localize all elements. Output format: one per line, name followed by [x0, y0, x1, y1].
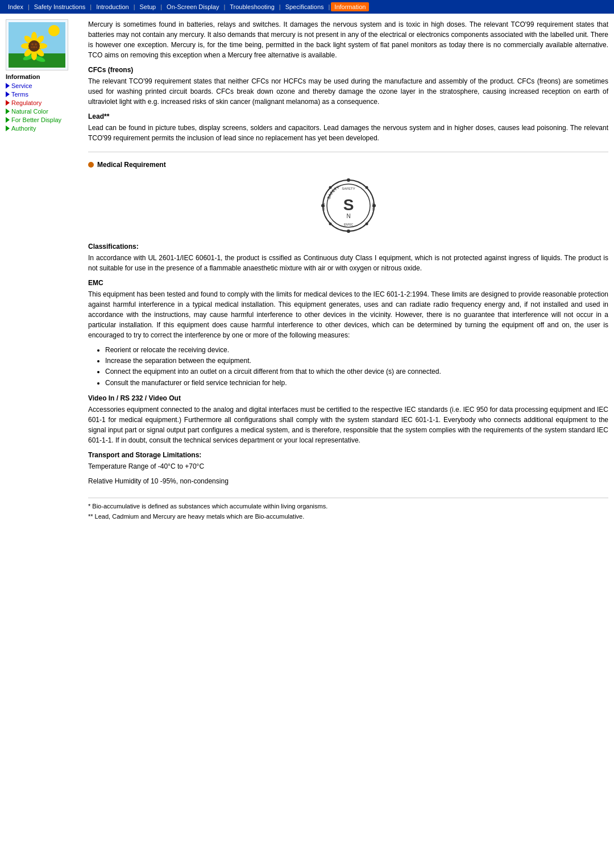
svg-point-20 — [36, 47, 38, 48]
sidebar-link-natural-color[interactable]: Natural Color — [11, 108, 48, 115]
svg-point-16 — [31, 43, 34, 45]
transport-title: Transport and Storage Limitations: — [88, 451, 608, 459]
emc-text: This equipment has been tested and found… — [88, 289, 608, 340]
sidebar-item-regulatory[interactable]: Regulatory — [6, 99, 80, 106]
emc-bullet-4: Consult the manufacturer or field servic… — [105, 378, 608, 389]
svg-text:SAFETY: SAFETY — [342, 187, 355, 190]
svg-point-33 — [372, 204, 376, 207]
lead-text: Lead can be found in picture tubes, disp… — [88, 123, 608, 143]
divider-1 — [88, 152, 608, 152]
safety-badge-svg: SAFETY S N SAFETY EN/IEC 60601 60601 — [320, 177, 377, 234]
cfcs-title: CFCs (freons) — [88, 66, 608, 74]
svg-point-1 — [48, 25, 60, 36]
nav-sep-1: | — [27, 3, 31, 10]
svg-text:SAFETY: SAFETY — [326, 185, 340, 199]
nav-item-safety[interactable]: Safety Instructions — [31, 2, 89, 11]
nav-sep-2: | — [89, 3, 93, 10]
lead-title: Lead** — [88, 112, 608, 120]
svg-point-31 — [347, 229, 350, 233]
arrow-icon-better-display — [6, 117, 10, 123]
sidebar-link-authority[interactable]: Authority — [11, 125, 36, 132]
emc-bullet-1: Reorient or relocate the receiving devic… — [105, 345, 608, 356]
sidebar-link-terms[interactable]: Terms — [11, 91, 28, 98]
sidebar-item-terms[interactable]: Terms — [6, 91, 80, 98]
footnote-1: * Bio-accumulative is defined as substan… — [88, 502, 608, 511]
nav-item-setup[interactable]: Setup — [136, 2, 159, 11]
svg-text:N: N — [346, 213, 350, 219]
sidebar: Information Service Terms Regulatory Nat… — [6, 19, 80, 523]
cfcs-text: The relevant TCO'99 requirement states t… — [88, 76, 608, 107]
nav-bar: Index | Safety Instructions | Introducti… — [0, 0, 614, 14]
nav-sep-4: | — [159, 3, 163, 10]
medical-req-header: Medical Requirement — [88, 161, 608, 169]
nav-item-intro[interactable]: Introduction — [93, 2, 132, 11]
footnote-section: * Bio-accumulative is defined as substan… — [88, 498, 608, 521]
arrow-icon-terms — [6, 91, 10, 97]
nav-item-info[interactable]: Information — [331, 2, 369, 11]
medical-req-title: Medical Requirement — [97, 161, 166, 169]
classifications-title: Classifications: — [88, 243, 608, 251]
svg-point-19 — [31, 47, 33, 48]
video-title: Video In / RS 232 / Video Out — [88, 394, 608, 402]
nav-sep-7: | — [327, 3, 331, 10]
nav-sep-3: | — [132, 3, 136, 10]
svg-point-18 — [33, 46, 35, 48]
sidebar-menu: Service Terms Regulatory Natural Color F… — [6, 82, 80, 132]
nav-sep-6: | — [278, 3, 282, 10]
svg-point-36 — [329, 223, 331, 226]
content-area: Mercury is sometimes found in batteries,… — [85, 19, 608, 523]
emc-bullet-3: Connect the equipment into an outlet on … — [105, 366, 608, 377]
arrow-icon-natural-color — [6, 108, 10, 114]
svg-text:EN/IEC: EN/IEC — [343, 223, 353, 226]
svg-rect-2 — [9, 53, 65, 68]
emc-bullet-2: Increase the separation between the equi… — [105, 356, 608, 366]
badge-container: SAFETY S N SAFETY EN/IEC 60601 60601 — [88, 177, 608, 234]
sidebar-link-better-display[interactable]: For Better Display — [11, 116, 61, 123]
svg-point-32 — [321, 204, 325, 207]
nav-sep-5: | — [222, 3, 226, 10]
transport-text1: Temperature Range of -40°C to +70°C — [88, 461, 608, 471]
svg-point-34 — [329, 186, 331, 189]
emc-bullet-list: Reorient or relocate the receiving devic… — [105, 345, 608, 389]
video-text: Accessories equipment connected to the a… — [88, 404, 608, 445]
nav-item-troubleshoot[interactable]: Troubleshooting — [226, 2, 277, 11]
sidebar-item-authority[interactable]: Authority — [6, 125, 80, 132]
svg-point-30 — [347, 178, 350, 182]
arrow-icon-service — [6, 83, 10, 89]
nav-item-index[interactable]: Index — [5, 2, 27, 11]
intro-paragraph: Mercury is sometimes found in batteries,… — [88, 19, 608, 60]
sidebar-item-better-display[interactable]: For Better Display — [6, 116, 80, 123]
sidebar-section-title: Information — [6, 73, 80, 80]
sidebar-logo — [6, 19, 68, 70]
bullet-medical — [88, 162, 94, 168]
svg-text:S: S — [343, 196, 354, 214]
emc-title: EMC — [88, 279, 608, 287]
arrow-icon-authority — [6, 126, 10, 131]
classifications-text: In accordance with UL 2601-1/IEC 60601-1… — [88, 253, 608, 273]
svg-point-37 — [365, 223, 368, 226]
nav-item-specs[interactable]: Specifications — [282, 2, 327, 11]
sidebar-item-service[interactable]: Service — [6, 82, 80, 89]
arrow-icon-regulatory — [6, 100, 10, 106]
footnote-2: ** Lead, Cadmium and Mercury are heavy m… — [88, 512, 608, 521]
transport-text2: Relative Humidity of 10 -95%, non-conden… — [88, 476, 608, 486]
svg-point-35 — [365, 186, 368, 189]
main-container: Information Service Terms Regulatory Nat… — [0, 14, 614, 528]
svg-point-17 — [35, 43, 37, 45]
sidebar-link-regulatory[interactable]: Regulatory — [11, 99, 42, 106]
sidebar-link-service[interactable]: Service — [11, 82, 32, 89]
nav-item-osd[interactable]: On-Screen Display — [163, 2, 222, 11]
sidebar-item-natural-color[interactable]: Natural Color — [6, 108, 80, 115]
